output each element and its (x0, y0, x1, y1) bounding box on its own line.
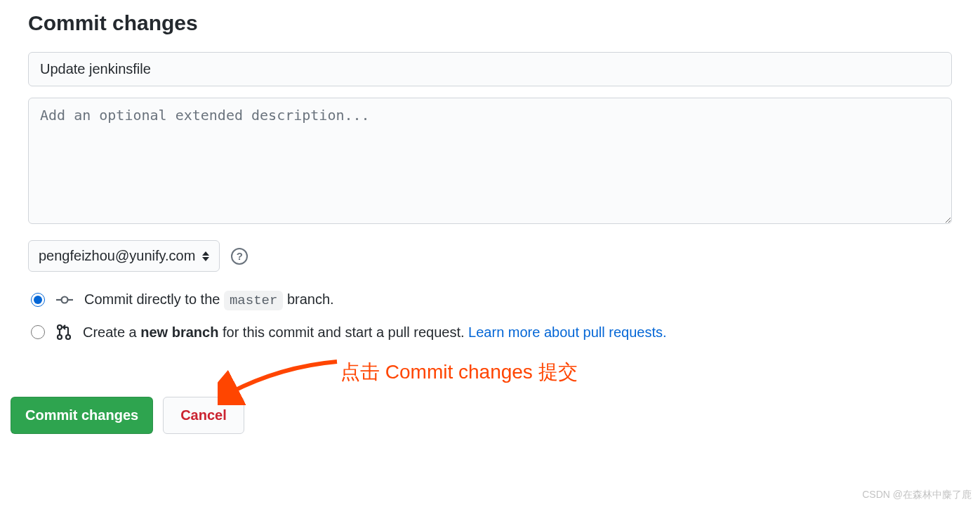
create-branch-radio[interactable] (31, 325, 45, 339)
page-title: Commit changes (28, 11, 952, 35)
commit-description-textarea[interactable] (28, 98, 952, 224)
branch-name-badge: master (224, 291, 283, 310)
commit-direct-radio[interactable] (31, 293, 45, 307)
svg-point-0 (62, 297, 68, 303)
help-icon[interactable]: ? (231, 248, 248, 265)
commit-summary-input[interactable] (28, 52, 952, 86)
author-email-value: pengfeizhou@yunify.com (39, 248, 195, 264)
svg-point-4 (58, 335, 62, 339)
annotation-text: 点击 Commit changes 提交 (340, 359, 578, 386)
create-branch-label: Create a new branch for this commit and … (83, 324, 667, 341)
select-caret-icon (202, 251, 209, 261)
svg-point-5 (66, 335, 70, 339)
commit-icon (56, 293, 73, 307)
learn-more-link[interactable]: Learn more about pull requests. (468, 324, 666, 340)
author-email-select[interactable]: pengfeizhou@yunify.com (28, 240, 220, 272)
commit-target-radiogroup: Commit directly to the master branch. Cr… (28, 291, 952, 341)
pull-request-icon (56, 324, 72, 341)
annotation-arrow-icon (218, 356, 344, 405)
svg-point-3 (58, 325, 62, 329)
commit-changes-button[interactable]: Commit changes (11, 397, 153, 434)
commit-direct-label: Commit directly to the master branch. (84, 291, 334, 308)
